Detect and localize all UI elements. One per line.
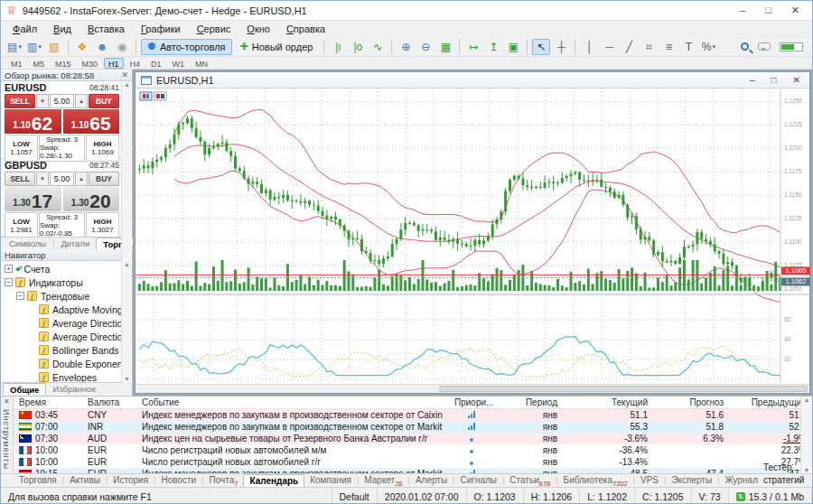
volume-input[interactable]: 5.00 — [50, 94, 74, 108]
chart-close-button[interactable]: ✕ — [793, 75, 800, 85]
bottom-tab-маркет[interactable]: Маркет26 — [359, 474, 407, 487]
timeframe-D1[interactable]: D1 — [146, 58, 166, 69]
zoom-in-icon[interactable]: ⊕ — [397, 39, 415, 55]
bars-chart-icon[interactable]: |ı — [329, 39, 347, 55]
calendar-row[interactable]: 07:30AUDИндекс цен на сырьевые товары от… — [14, 433, 812, 444]
volume-decrease-button[interactable]: ▼ — [36, 94, 49, 108]
chart-maximize-button[interactable]: □ — [771, 75, 777, 85]
calendar-column-4[interactable]: Приори... — [449, 397, 494, 407]
collapse-minus-icon[interactable]: − — [16, 292, 24, 300]
market-watch-tab-1[interactable]: Символы — [3, 238, 52, 249]
timeframe-M1[interactable]: M1 — [6, 58, 27, 69]
market-watch-tab-2[interactable]: Детали — [54, 238, 96, 249]
tree-item-average-directional[interactable]: fAverage Directional — [1, 330, 132, 343]
menu-5[interactable]: Окно — [238, 23, 278, 35]
line-chart-icon[interactable]: ∿ — [369, 39, 387, 55]
trendline-icon[interactable]: ╱ — [620, 39, 638, 55]
calendar-column-5[interactable]: Период — [494, 397, 563, 407]
menu-3[interactable]: Графики — [133, 23, 189, 35]
menu-4[interactable]: Сервис — [189, 23, 239, 35]
tree-item-average-directional[interactable]: fAverage Directional — [1, 316, 132, 330]
bottom-tab-календарь[interactable]: Календарь — [243, 474, 304, 487]
shift-end-icon[interactable]: ↦ — [464, 39, 482, 55]
calendar-row[interactable]: 03:45CNYИндекс менеджеров по закупкам в … — [14, 409, 812, 421]
sell-button[interactable]: SELL — [5, 172, 35, 186]
chat-icon[interactable] — [758, 42, 771, 51]
fibonacci-icon[interactable]: ⌗ — [640, 39, 658, 55]
bottom-tab-почта[interactable]: Почта7 — [203, 474, 243, 487]
sell-button[interactable]: SELL — [5, 94, 35, 108]
tree-item-трендовые[interactable]: −fТрендовые — [1, 289, 132, 303]
shapes-icon[interactable]: %▾ — [699, 39, 717, 55]
bottom-tab-vps[interactable]: VPS — [635, 474, 664, 487]
bottom-tab-торговля[interactable]: Торговля — [14, 474, 62, 487]
volume-increase-button[interactable]: ▲ — [75, 94, 88, 108]
chart-hscrollbar[interactable] — [136, 384, 809, 393]
calendar-row[interactable]: 07:00INRИндекс менеджеров по закупкам в … — [14, 421, 812, 433]
window-minimize-button[interactable]: – — [740, 5, 745, 16]
calendar-row[interactable]: 10:00EURЧисло регистраций новых автомоби… — [14, 444, 812, 456]
timeframe-H1[interactable]: H1 — [104, 58, 124, 69]
ask-price[interactable]: 1.1065 — [63, 109, 120, 134]
bottom-tab-новости[interactable]: Новости — [155, 474, 201, 487]
bid-price[interactable]: 1.3017 — [5, 187, 61, 211]
calendar-column-3[interactable]: Событие — [136, 397, 449, 407]
menu-2[interactable]: Вставка — [79, 23, 133, 35]
navigator-tab-2[interactable]: Избранное — [46, 383, 102, 395]
window-maximize-button[interactable]: □ — [765, 5, 771, 16]
community-icon[interactable]: ☻ — [93, 39, 111, 55]
collapse-minus-icon[interactable]: − — [5, 278, 13, 286]
bottom-tab-статьи[interactable]: Статьи678 — [504, 474, 556, 487]
market-watch-close-icon[interactable]: ✕ — [121, 70, 128, 79]
timeframe-M5[interactable]: M5 — [29, 58, 50, 69]
tile-windows-icon[interactable]: ▦ — [436, 39, 454, 55]
broadcast-icon[interactable]: ◉ — [113, 39, 131, 55]
volume-increase-button[interactable]: ▲ — [75, 172, 88, 186]
zoom-out-icon[interactable]: ⊖ — [416, 39, 435, 55]
timeframe-H4[interactable]: H4 — [126, 58, 145, 69]
chart-window-titlebar[interactable]: EURUSD,H1 – □ ✕ — [136, 72, 809, 89]
bottom-tab-эксперты[interactable]: Эксперты — [666, 474, 717, 487]
timeframe-M15[interactable]: M15 — [51, 58, 76, 69]
chart-hscrollbar-thumb[interactable] — [439, 386, 808, 392]
bottom-tab-активы[interactable]: Активы — [64, 474, 106, 487]
calendar-column-2[interactable]: Валюта — [82, 397, 136, 407]
price-chart-svg[interactable]: 1.12501.12251.12001.11751.11501.11251.11… — [136, 89, 811, 386]
tree-item-adaptive-moving-av[interactable]: fAdaptive Moving Av — [1, 303, 132, 316]
tree-item-double-exponential[interactable]: fDouble Exponential — [1, 357, 132, 370]
chart-canvas[interactable]: 1.12501.12251.12001.11751.11501.11251.11… — [136, 89, 809, 386]
calendar-row[interactable]: 10:00EURЧисло регистраций новых автомоби… — [14, 456, 812, 468]
navigator-tab-1[interactable]: Общие — [3, 383, 46, 395]
calendar-column-6[interactable]: Текущий — [563, 397, 653, 407]
shapes-icon-dropdown[interactable]: ▾ — [712, 43, 715, 51]
navigator-scrollbar[interactable]: ▲▼ — [121, 261, 132, 382]
guide-icon[interactable]: ❖ — [73, 39, 91, 55]
new-chart-icon-dropdown[interactable]: ▾ — [18, 43, 22, 51]
new-chart-icon[interactable]: ▤▾ — [5, 39, 23, 55]
text-label-icon[interactable]: T — [679, 39, 697, 55]
bottom-tab-компания[interactable]: Компания — [304, 474, 357, 487]
search-icon[interactable] — [741, 42, 749, 51]
buy-button[interactable]: BUY — [89, 172, 119, 186]
crosshair-icon[interactable]: ┼ — [552, 39, 570, 55]
candles-chart-icon[interactable]: |o — [349, 39, 367, 55]
new-order-button[interactable]: ✚Новый ордер — [234, 39, 320, 55]
bottom-tab-история[interactable]: История — [107, 474, 154, 487]
menu-0[interactable]: Файл — [5, 23, 45, 35]
volume-input[interactable]: 5.00 — [50, 172, 74, 186]
tree-item-счета[interactable]: +●Счета — [1, 262, 132, 275]
vertical-line-icon[interactable]: │ — [580, 39, 598, 55]
cursor-icon[interactable]: ↖ — [532, 39, 550, 55]
ask-price[interactable]: 1.3020 — [63, 187, 120, 211]
timeframe-W1[interactable]: W1 — [168, 58, 190, 69]
history-center-icon[interactable]: ▧ — [45, 39, 63, 55]
menu-6[interactable]: Справка — [278, 23, 333, 35]
tree-item-envelopes[interactable]: fEnvelopes — [1, 370, 132, 382]
calendar-column-1[interactable]: Время — [14, 397, 82, 407]
chart-shift-icon[interactable]: ▣ — [504, 39, 522, 55]
auto-trading-button[interactable]: ⚈Авто-торговля — [141, 39, 232, 55]
channels-icon[interactable]: ≡ — [659, 39, 678, 55]
bottom-tab-библиотека[interactable]: Библиотека7202 — [558, 474, 633, 487]
bid-price[interactable]: 1.1062 — [5, 109, 61, 134]
bottom-tab-сигналы[interactable]: Сигналы — [454, 474, 502, 487]
